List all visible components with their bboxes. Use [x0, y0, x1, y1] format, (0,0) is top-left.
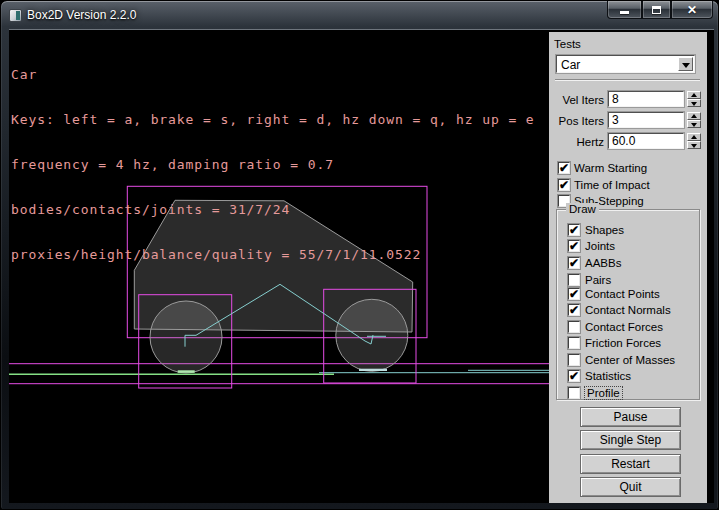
pairs-checkbox-row[interactable]: Pairs: [549, 274, 707, 288]
vel-iters-spinner: [687, 91, 701, 107]
hertz-spin-up-button[interactable]: [687, 133, 701, 141]
vel-iters-spin-up-button[interactable]: [687, 91, 701, 99]
shapes-checkbox-row[interactable]: Shapes: [549, 224, 707, 238]
pause-button[interactable]: Pause: [580, 407, 681, 427]
contact-points-checkbox-row[interactable]: Contact Points: [549, 288, 707, 302]
app-icon: [9, 9, 22, 22]
arrow-down-icon: [691, 102, 697, 106]
joints-checkbox-row[interactable]: Joints: [549, 240, 707, 254]
statistics-checkbox-row[interactable]: Statistics: [549, 370, 707, 384]
statistics-label[interactable]: Statistics: [585, 370, 631, 382]
arrow-down-icon: [691, 144, 697, 148]
profile-label[interactable]: Profile: [585, 387, 622, 399]
app-window: Box2D Version 2.2.0 ✕: [0, 0, 719, 510]
contact-normals-checkbox[interactable]: [568, 304, 580, 316]
time-of-impact-label[interactable]: Time of Impact: [574, 179, 650, 191]
arrow-up-icon: [691, 93, 697, 97]
contact-points-checkbox[interactable]: [568, 288, 580, 300]
contact-forces-checkbox-row[interactable]: Contact Forces: [549, 321, 707, 335]
aabbs-checkbox-row[interactable]: AABBs: [549, 257, 707, 271]
left-wheel-contact-point: [178, 370, 195, 373]
tests-dropdown-value: Car: [561, 58, 580, 72]
client-area: Car Keys: left = a, brake = s, right = d…: [9, 29, 714, 503]
control-panel: Tests Car Vel Iters Pos Iters Hertz: [549, 32, 707, 503]
center-of-masses-checkbox-row[interactable]: Center of Masses: [549, 354, 707, 368]
debug-text-line: frequency = 4 hz, damping ratio = 0.7: [11, 157, 535, 172]
pos-iters-label: Pos Iters: [549, 115, 604, 127]
contact-normals-label[interactable]: Contact Normals: [585, 304, 671, 316]
minimize-icon: [620, 11, 629, 14]
contact-normals-checkbox-row[interactable]: Contact Normals: [549, 304, 707, 318]
pos-iters-spin-up-button[interactable]: [687, 112, 701, 120]
hertz-spin-down-button[interactable]: [687, 141, 701, 149]
shapes-checkbox[interactable]: [568, 224, 580, 236]
aabbs-label[interactable]: AABBs: [585, 257, 621, 269]
warm-starting-checkbox[interactable]: [558, 162, 570, 174]
arrow-up-icon: [691, 135, 697, 139]
arrow-down-icon: [691, 123, 697, 127]
right-wheel-shape: [336, 299, 408, 371]
pos-iters-spin-down-button[interactable]: [687, 120, 701, 128]
time-of-impact-checkbox-row[interactable]: Time of Impact: [549, 179, 707, 193]
maximize-button[interactable]: [642, 1, 671, 19]
title-bar[interactable]: Box2D Version 2.2.0 ✕: [1, 1, 718, 29]
profile-checkbox[interactable]: [568, 387, 580, 399]
maximize-icon: [652, 6, 661, 14]
draw-group-label: Draw: [566, 203, 599, 215]
left-wheel-shape: [150, 301, 222, 373]
vel-iters-spin-down-button[interactable]: [687, 99, 701, 107]
debug-text-block: Car Keys: left = a, brake = s, right = d…: [11, 37, 535, 292]
window-title: Box2D Version 2.2.0: [27, 8, 136, 22]
hertz-field[interactable]: [608, 133, 684, 149]
contact-forces-checkbox[interactable]: [568, 321, 580, 333]
arrow-up-icon: [691, 114, 697, 118]
vel-iters-label: Vel Iters: [549, 94, 604, 106]
separator: [555, 79, 700, 81]
tests-label: Tests: [554, 38, 581, 50]
chevron-down-icon: [682, 63, 690, 68]
friction-forces-checkbox[interactable]: [568, 337, 580, 349]
contact-forces-label[interactable]: Contact Forces: [585, 321, 663, 333]
debug-text-line: Keys: left = a, brake = s, right = d, hz…: [11, 112, 535, 127]
vel-iters-field[interactable]: [608, 91, 684, 107]
debug-text-line: proxies/height/balance/quality = 55/7/1/…: [11, 247, 535, 262]
close-button[interactable]: ✕: [671, 1, 713, 19]
pairs-checkbox[interactable]: [568, 274, 580, 286]
hertz-spinner: [687, 133, 701, 149]
warm-starting-checkbox-row[interactable]: Warm Starting: [549, 162, 707, 176]
hertz-label: Hertz: [549, 136, 604, 148]
pos-iters-spinner: [687, 112, 701, 128]
time-of-impact-checkbox[interactable]: [558, 179, 570, 191]
close-icon: ✕: [687, 2, 697, 18]
warm-starting-label[interactable]: Warm Starting: [574, 162, 647, 174]
right-wheel-contact-point: [359, 369, 387, 371]
debug-text-line: bodies/contacts/joints = 31/7/24: [11, 202, 535, 217]
quit-button[interactable]: Quit: [580, 477, 681, 497]
friction-forces-label[interactable]: Friction Forces: [585, 337, 661, 349]
pos-iters-field[interactable]: [608, 112, 684, 128]
statistics-checkbox[interactable]: [568, 370, 580, 382]
contact-points-label[interactable]: Contact Points: [585, 288, 660, 300]
pairs-label[interactable]: Pairs: [585, 274, 611, 286]
caption-buttons: ✕: [607, 1, 713, 19]
tests-dropdown[interactable]: Car: [556, 55, 695, 73]
friction-forces-checkbox-row[interactable]: Friction Forces: [549, 337, 707, 351]
simulation-canvas[interactable]: Car Keys: left = a, brake = s, right = d…: [9, 30, 549, 503]
minimize-button[interactable]: [607, 1, 642, 19]
aabbs-checkbox[interactable]: [568, 257, 580, 269]
debug-text-line: Car: [11, 67, 535, 82]
restart-button[interactable]: Restart: [580, 454, 681, 474]
center-of-masses-checkbox[interactable]: [568, 354, 580, 366]
center-of-masses-label[interactable]: Center of Masses: [585, 354, 675, 366]
profile-checkbox-row[interactable]: Profile: [549, 387, 707, 401]
single-step-button[interactable]: Single Step: [580, 430, 681, 450]
tests-dropdown-arrow-button[interactable]: [678, 57, 693, 71]
shapes-label[interactable]: Shapes: [585, 224, 624, 236]
joints-label[interactable]: Joints: [585, 240, 615, 252]
joints-checkbox[interactable]: [568, 240, 580, 252]
